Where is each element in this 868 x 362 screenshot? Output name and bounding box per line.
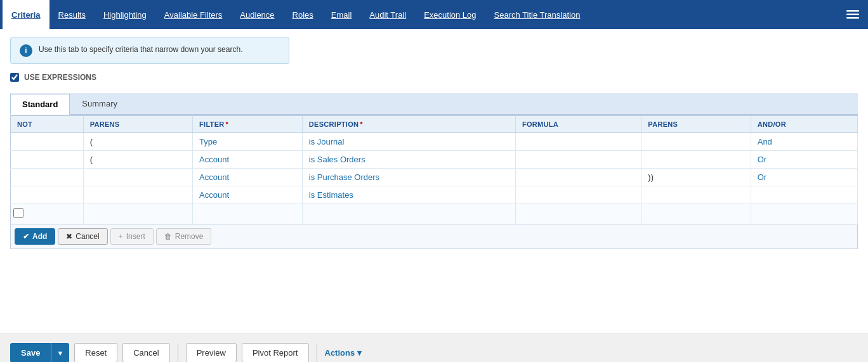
bottom-toolbar: Save ▼ Reset Cancel Preview Pivot Report… [0, 333, 868, 362]
info-text: Use this tab to specify criteria that na… [39, 44, 242, 55]
svg-rect-0 [846, 10, 859, 12]
cell-parens-close: )) [641, 169, 751, 186]
col-header-not: NOT [11, 116, 84, 133]
tab-audit-trail[interactable]: Audit Trail [360, 0, 415, 29]
save-group: Save ▼ [10, 343, 69, 362]
cell-formula [515, 133, 641, 151]
use-expressions-checkbox[interactable] [10, 73, 19, 82]
tab-search-title-translation[interactable]: Search Title Translation [485, 0, 589, 29]
cell-parens-close [641, 186, 751, 204]
col-header-parens-close: PARENS [641, 116, 751, 133]
info-box: i Use this tab to specify criteria that … [10, 37, 289, 64]
cell-filter: Type [193, 133, 303, 151]
save-dropdown-button[interactable]: ▼ [51, 343, 69, 362]
tab-audience[interactable]: Audience [231, 0, 283, 29]
cancel-icon: ✖ [66, 232, 72, 241]
tab-available-filters[interactable]: Available Filters [155, 0, 232, 29]
col-header-description: DESCRIPTION* [302, 116, 515, 133]
cell-not [11, 151, 84, 169]
cancel-button[interactable]: Cancel [122, 343, 169, 362]
cell-not [11, 186, 84, 204]
cell-filter: Account [193, 169, 303, 186]
main-content: i Use this tab to specify criteria that … [0, 29, 868, 333]
cell-andor: Or [751, 151, 857, 169]
cell-description: is Purchase Orders [302, 169, 515, 186]
tab-highlighting[interactable]: Highlighting [95, 0, 155, 29]
cell-parens-close [641, 133, 751, 151]
subtab-standard[interactable]: Standard [10, 94, 70, 115]
cell-andor: Or [751, 169, 857, 186]
subtab-summary[interactable]: Summary [70, 93, 129, 114]
cell-filter-new [193, 204, 303, 224]
add-button[interactable]: ✔ Add [15, 228, 55, 245]
tab-execution-log[interactable]: Execution Log [415, 0, 485, 29]
actions-chevron-icon: ▾ [357, 348, 362, 358]
table-row: Account is Purchase Orders )) Or [11, 169, 858, 186]
insert-icon: + [119, 232, 123, 241]
use-expressions-label: USE EXPRESSIONS [24, 73, 96, 82]
new-input-row [11, 204, 858, 224]
cell-formula [515, 186, 641, 204]
separator-1 [178, 344, 178, 363]
svg-rect-1 [846, 14, 859, 16]
table-row: Account is Estimates [11, 186, 858, 204]
cell-formula [515, 169, 641, 186]
table-row: ( Account is Sales Orders Or [11, 151, 858, 169]
cell-parens-open: ( [83, 133, 192, 151]
cell-parens-open [83, 186, 192, 204]
table-row: ( Type is Journal And [11, 133, 858, 151]
cell-not [11, 133, 84, 151]
cell-parens-open [83, 169, 192, 186]
cell-formula-new [515, 204, 641, 224]
actions-label: Actions [325, 348, 355, 358]
cancel-row-button[interactable]: ✖ Cancel [58, 228, 107, 245]
cell-description: is Journal [302, 133, 515, 151]
svg-rect-2 [846, 17, 859, 19]
top-navigation: Criteria Results Highlighting Available … [0, 0, 868, 29]
col-header-formula: FORMULA [515, 116, 641, 133]
cell-description: is Sales Orders [302, 151, 515, 169]
info-icon: i [20, 44, 32, 57]
cell-filter: Account [193, 186, 303, 204]
cell-parens-open-new [83, 204, 192, 224]
pivot-report-button[interactable]: Pivot Report [242, 343, 309, 362]
tab-criteria[interactable]: Criteria [3, 0, 49, 29]
cell-parens-close-new [641, 204, 751, 224]
reset-button[interactable]: Reset [74, 343, 117, 362]
col-header-filter: FILTER* [193, 116, 303, 133]
new-row-checkbox[interactable] [13, 208, 23, 218]
preview-button[interactable]: Preview [186, 343, 237, 362]
nav-icon-button[interactable] [840, 0, 865, 29]
criteria-table: NOT PARENS FILTER* DESCRIPTION* FORMULA … [10, 115, 858, 224]
save-button[interactable]: Save [10, 343, 51, 362]
remove-button[interactable]: 🗑 Remove [156, 228, 212, 245]
insert-button[interactable]: + Insert [110, 228, 154, 245]
cell-andor: And [751, 133, 857, 151]
cell-parens-open: ( [83, 151, 192, 169]
subtabs: Standard Summary [10, 93, 858, 115]
cell-andor [751, 186, 857, 204]
col-header-andor: AND/OR [751, 116, 857, 133]
cell-description: is Estimates [302, 186, 515, 204]
add-icon: ✔ [23, 232, 29, 241]
remove-icon: 🗑 [164, 232, 172, 241]
cell-parens-close [641, 151, 751, 169]
desc-required: * [360, 120, 363, 128]
filter-required: * [226, 120, 229, 128]
tab-email[interactable]: Email [322, 0, 361, 29]
cell-not [11, 169, 84, 186]
cell-formula [515, 151, 641, 169]
col-header-parens-open: PARENS [83, 116, 192, 133]
tab-results[interactable]: Results [49, 0, 95, 29]
tab-roles[interactable]: Roles [284, 0, 322, 29]
row-action-buttons: ✔ Add ✖ Cancel + Insert 🗑 Remove [10, 224, 858, 249]
cell-filter: Account [193, 151, 303, 169]
cell-description-new [302, 204, 515, 224]
separator-2 [317, 344, 317, 363]
actions-link[interactable]: Actions ▾ [325, 348, 362, 358]
cell-not-new[interactable] [11, 204, 84, 224]
use-expressions-row: USE EXPRESSIONS [10, 73, 858, 82]
cell-andor-new [751, 204, 857, 224]
